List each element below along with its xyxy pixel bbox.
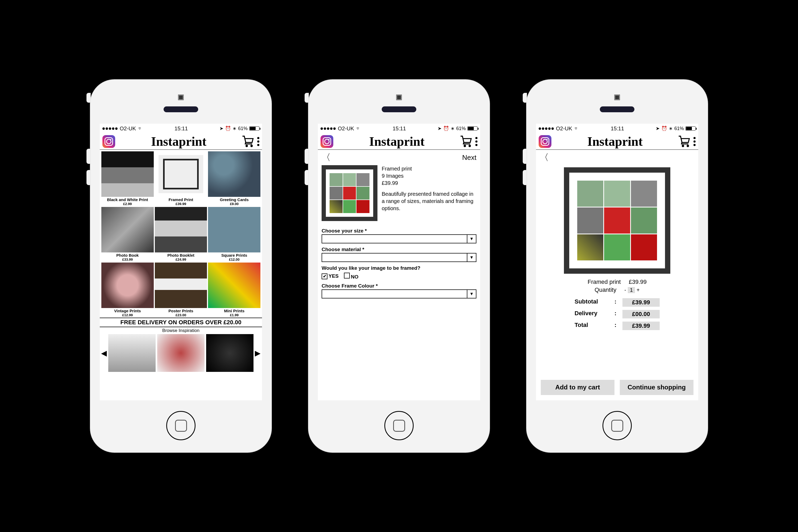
qty-decrement[interactable]: - [624, 287, 626, 293]
checkbox-empty-icon [344, 273, 350, 279]
alarm-icon: ⏰ [661, 126, 667, 131]
battery-icon [467, 126, 477, 131]
brand-title: Instaprint [151, 134, 206, 149]
product-grid: Black and White Print£2.99 Framed Print£… [100, 150, 262, 317]
cart-icon[interactable] [460, 136, 472, 147]
more-menu-icon[interactable] [257, 137, 259, 146]
phone-speaker [382, 107, 416, 112]
product-card[interactable]: Poster Prints£23.00 [155, 263, 207, 317]
instagram-icon[interactable] [102, 135, 115, 148]
instagram-icon[interactable] [539, 135, 551, 148]
product-card[interactable]: Mini Prints£1.99 [208, 263, 261, 317]
svg-point-0 [246, 145, 248, 147]
instagram-icon[interactable] [321, 135, 333, 148]
phone-camera [614, 94, 620, 100]
phone-camera [396, 94, 402, 100]
svg-point-5 [687, 145, 689, 147]
product-price: £39.99 [382, 179, 476, 187]
bluetooth-icon: ∗ [232, 126, 236, 131]
back-button[interactable]: 〈 [540, 151, 549, 164]
screen-catalog: O2-UK ᯤ 15:11 ➤ ⏰ ∗ 61% Instaprint Black… [100, 124, 262, 400]
continue-shopping-button[interactable]: Continue shopping [620, 380, 694, 395]
phone-mockup-1: O2-UK ᯤ 15:11 ➤ ⏰ ∗ 61% Instaprint Black… [91, 80, 271, 452]
frame-colour-select[interactable] [322, 289, 476, 299]
location-icon: ➤ [438, 126, 441, 131]
more-menu-icon[interactable] [694, 137, 696, 146]
product-card[interactable]: Square Prints£12.00 [208, 207, 261, 262]
product-title: Framed print [382, 165, 476, 172]
svg-point-3 [469, 145, 471, 147]
delivery-value: £00.00 [623, 310, 660, 318]
alarm-icon: ⏰ [225, 126, 231, 131]
home-button[interactable] [603, 411, 632, 440]
product-info: Framed print 9 Images £39.99 Beautifully… [382, 165, 476, 221]
subtotal-value: £39.99 [623, 298, 660, 307]
add-to-cart-button[interactable]: Add to my cart [541, 380, 614, 395]
phone-camera [178, 94, 184, 100]
quantity-stepper: - 1 + [624, 287, 640, 293]
wifi-icon: ᯤ [138, 126, 143, 131]
wifi-icon: ᯤ [574, 126, 579, 131]
carrier-label: O2-UK [120, 126, 136, 132]
framed-yes-option[interactable]: ✔YES [322, 273, 339, 279]
product-card[interactable]: Vintage Prints£12.99 [101, 263, 154, 317]
brand-title: Instaprint [587, 134, 643, 149]
framed-no-option[interactable]: NO [344, 273, 359, 280]
carousel-next-icon[interactable]: ▶ [254, 348, 261, 358]
delivery-banner: FREE DELIVERY ON ORDERS OVER £20.00 [100, 318, 262, 327]
home-button[interactable] [166, 411, 195, 440]
screen-cart-summary: O2-UK ᯤ 15:11 ➤ ⏰ ∗ 61% Instaprint 〈 [536, 124, 698, 400]
material-select[interactable] [322, 253, 476, 262]
status-bar: O2-UK ᯤ 15:11 ➤ ⏰ ∗ 61% [100, 124, 262, 133]
product-card[interactable]: Black and White Print£2.99 [101, 151, 154, 206]
app-header: Instaprint [318, 133, 480, 150]
product-card[interactable]: Framed Print£39.99 [155, 151, 207, 206]
location-icon: ➤ [656, 126, 660, 131]
product-description: Beautifully presented framed collage in … [382, 190, 476, 212]
inspiration-item[interactable] [206, 334, 253, 372]
brand-title: Instaprint [369, 134, 424, 149]
product-price: £39.99 [629, 279, 647, 285]
browse-inspiration-label: Browse Inspiration [100, 327, 262, 334]
carousel-prev-icon[interactable]: ◀ [101, 348, 107, 358]
inspiration-carousel: ◀ ▶ [100, 334, 262, 372]
location-icon: ➤ [220, 126, 224, 131]
phone-speaker [600, 107, 634, 112]
next-button[interactable]: Next [462, 153, 476, 162]
qty-value: 1 [628, 287, 635, 293]
product-thumbnail [322, 165, 377, 221]
product-card[interactable]: Greeting Cards£9.00 [208, 151, 261, 206]
cart-icon[interactable] [242, 136, 254, 147]
battery-icon [249, 126, 259, 131]
size-label: Choose your size * [322, 228, 476, 234]
clock: 15:11 [393, 126, 406, 132]
product-card[interactable]: Photo Book£33.99 [101, 207, 154, 262]
product-preview-frame [564, 167, 670, 274]
battery-icon [685, 126, 696, 131]
signal-icon [321, 128, 336, 130]
battery-pct: 61% [674, 126, 684, 131]
app-header: Instaprint [536, 133, 698, 150]
signal-icon [102, 128, 118, 130]
svg-point-2 [464, 145, 466, 147]
inspiration-item[interactable] [157, 334, 205, 372]
total-label: Total [574, 322, 614, 330]
more-menu-icon[interactable] [475, 137, 477, 146]
cart-icon[interactable] [679, 136, 690, 147]
subtotal-label: Subtotal [574, 298, 614, 307]
back-button[interactable]: 〈 [322, 151, 331, 164]
size-select[interactable] [322, 234, 476, 243]
status-bar: O2-UK ᯤ 15:11 ➤ ⏰ ∗ 61% [536, 124, 698, 133]
home-button[interactable] [384, 411, 414, 440]
bluetooth-icon: ∗ [669, 126, 673, 131]
phone-speaker [164, 107, 198, 112]
phone-mockup-2: O2-UK ᯤ 15:11 ➤ ⏰ ∗ 61% Instaprint 〈 Nex… [308, 80, 490, 452]
clock: 15:11 [611, 126, 624, 132]
clock: 15:11 [174, 126, 188, 132]
screen-product-detail: O2-UK ᯤ 15:11 ➤ ⏰ ∗ 61% Instaprint 〈 Nex… [318, 124, 480, 400]
inspiration-item[interactable] [108, 334, 156, 372]
material-label: Choose material * [322, 247, 476, 252]
qty-increment[interactable]: + [636, 287, 640, 293]
product-card[interactable]: Photo Booklet£24.99 [155, 207, 207, 262]
bluetooth-icon: ∗ [451, 126, 455, 131]
